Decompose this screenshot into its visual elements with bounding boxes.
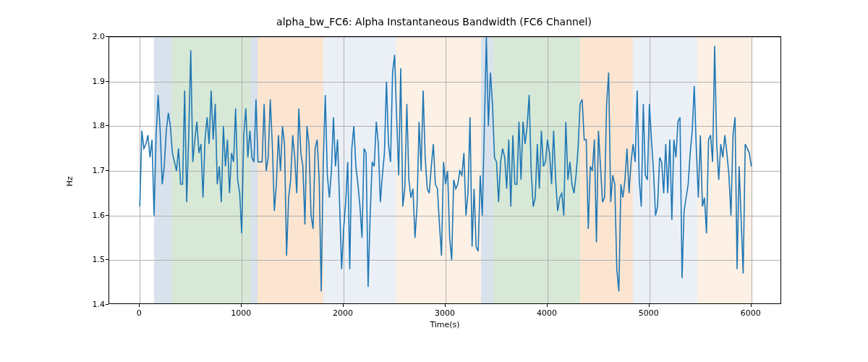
x-tick-mark <box>445 304 446 307</box>
y-tick-mark <box>106 259 109 260</box>
x-tick-label: 6000 <box>729 308 773 318</box>
y-tick-mark <box>106 81 109 82</box>
y-tick-mark <box>106 304 109 305</box>
figure: alpha_bw_FC6: Alpha Instantaneous Bandwi… <box>0 0 868 362</box>
x-tick-mark <box>139 304 140 307</box>
x-tick-label: 5000 <box>627 308 671 318</box>
y-tick-mark <box>106 215 109 216</box>
x-tick-mark <box>343 304 344 307</box>
y-tick-label: 2.0 <box>61 32 105 41</box>
y-tick-label: 1.7 <box>61 166 105 175</box>
y-tick-mark <box>106 125 109 126</box>
x-tick-label: 3000 <box>423 308 467 318</box>
x-tick-mark <box>241 304 242 307</box>
axes <box>109 36 781 304</box>
y-tick-label: 1.4 <box>61 300 105 309</box>
chart-title: alpha_bw_FC6: Alpha Instantaneous Bandwi… <box>0 16 868 28</box>
x-axis-label: Time(s) <box>109 320 781 329</box>
y-tick-label: 1.5 <box>61 255 105 264</box>
x-tick-mark <box>547 304 548 307</box>
x-tick-mark <box>751 304 752 307</box>
x-tick-label: 0 <box>117 308 161 318</box>
x-tick-label: 1000 <box>219 308 263 318</box>
x-tick-mark <box>649 304 650 307</box>
y-tick-label: 1.8 <box>61 121 105 130</box>
y-tick-mark <box>106 36 109 37</box>
y-tick-label: 1.6 <box>61 210 105 219</box>
x-tick-label: 2000 <box>321 308 365 318</box>
x-tick-label: 4000 <box>525 308 569 318</box>
data-line <box>109 37 780 303</box>
y-tick-label: 1.9 <box>61 76 105 85</box>
y-tick-mark <box>106 170 109 171</box>
